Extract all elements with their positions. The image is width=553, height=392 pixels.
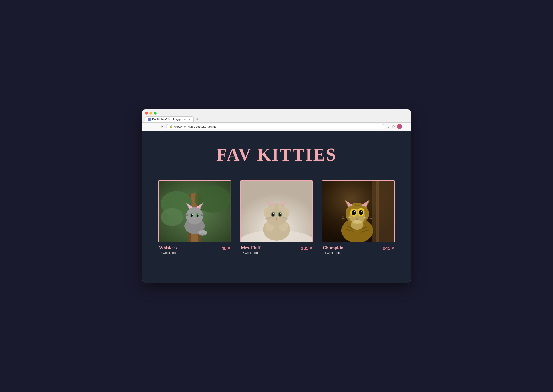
kitty-votes-mrs-fluff[interactable]: 135 ♥	[301, 246, 312, 251]
bookmark-icon[interactable]: ☆	[392, 125, 395, 129]
svg-point-17	[192, 214, 192, 215]
user-avatar[interactable]	[397, 124, 402, 129]
kitty-image-wrapper-whiskers	[158, 180, 231, 242]
svg-point-74	[361, 210, 363, 212]
window-close-button[interactable]	[145, 112, 148, 114]
kitty-votes-chumpkin[interactable]: 245 ♥	[383, 246, 394, 251]
votes-count-whiskers: 40	[221, 246, 227, 251]
svg-line-51	[265, 218, 274, 219]
votes-count-mrs-fluff: 135	[301, 246, 308, 251]
tab-close-icon[interactable]: ×	[189, 118, 190, 121]
kitty-card-whiskers: Whiskers 13 weeks old 40 ♥	[158, 180, 231, 255]
back-button[interactable]: ←	[145, 125, 150, 129]
page-title: FAV KITTIES	[151, 144, 402, 165]
svg-rect-57	[376, 181, 379, 242]
menu-icon[interactable]: ⋮	[404, 125, 408, 129]
svg-point-71	[352, 210, 356, 215]
address-text: https://fav-kitties-starter.glitch.me	[174, 125, 216, 128]
svg-point-76	[351, 220, 363, 230]
kitty-image-wrapper-mrs-fluff	[240, 180, 313, 242]
kitty-votes-whiskers[interactable]: 40 ♥	[221, 246, 230, 251]
new-tab-button[interactable]: +	[195, 117, 201, 122]
kitty-image-wrapper-chumpkin	[322, 180, 395, 242]
browser-window: Fav Kitties Glitch Playground × + ← → ↻ …	[142, 109, 411, 283]
browser-addressbar: ← → ↻ 🔒 https://fav-kitties-starter.glit…	[142, 123, 411, 131]
kitty-age-mrs-fluff: 17 weeks old	[241, 251, 261, 254]
svg-point-6	[161, 208, 183, 226]
svg-line-53	[279, 218, 288, 219]
votes-count-chumpkin: 245	[383, 246, 390, 251]
kitty-info-mrs-fluff: Mrs. Fluff 17 weeks old 135 ♥	[240, 245, 313, 254]
svg-point-47	[273, 213, 274, 214]
window-minimize-button[interactable]	[149, 112, 152, 114]
tab-title: Fav Kitties Glitch Playground	[152, 118, 186, 121]
heart-icon-whiskers: ♥	[228, 246, 230, 251]
refresh-button[interactable]: ↻	[159, 125, 164, 129]
search-icon[interactable]: ⌕	[387, 125, 390, 129]
kitties-grid: Whiskers 13 weeks old 40 ♥	[158, 180, 395, 255]
window-maximize-button[interactable]	[154, 112, 156, 114]
kitty-name-whiskers: Whiskers	[159, 245, 177, 251]
svg-point-48	[280, 213, 281, 214]
page-content: FAV KITTIES	[142, 131, 411, 283]
svg-point-72	[359, 209, 363, 215]
browser-titlebar: Fav Kitties Glitch Playground × +	[142, 109, 411, 123]
kitty-age-chumpkin: 35 weeks old	[323, 251, 343, 254]
svg-point-25	[199, 231, 202, 233]
kitty-name-mrs-fluff: Mrs. Fluff	[241, 245, 261, 251]
svg-point-27	[204, 231, 207, 233]
tab-favicon	[148, 118, 151, 121]
heart-icon-mrs-fluff: ♥	[310, 246, 312, 251]
lock-icon: 🔒	[170, 125, 173, 128]
heart-icon-chumpkin: ♥	[391, 246, 394, 251]
svg-point-73	[354, 211, 355, 212]
kitty-name-chumpkin: Chumpkin	[323, 245, 343, 251]
kitty-info-whiskers: Whiskers 13 weeks old 40 ♥	[158, 245, 231, 254]
kitty-age-whiskers: 13 weeks old	[159, 251, 177, 254]
svg-rect-56	[372, 181, 394, 242]
kitty-info-chumpkin: Chumpkin 35 weeks old 245 ♥	[322, 245, 395, 254]
browser-tab[interactable]: Fav Kitties Glitch Playground ×	[145, 116, 194, 122]
svg-point-18	[198, 214, 198, 215]
kitty-card-chumpkin: Chumpkin 35 weeks old 245 ♥	[322, 180, 395, 255]
kitty-card-mrs-fluff: Mrs. Fluff 17 weeks old 135 ♥	[240, 180, 313, 255]
forward-button[interactable]: →	[152, 125, 157, 129]
address-bar[interactable]: 🔒 https://fav-kitties-starter.glitch.me	[166, 124, 385, 129]
